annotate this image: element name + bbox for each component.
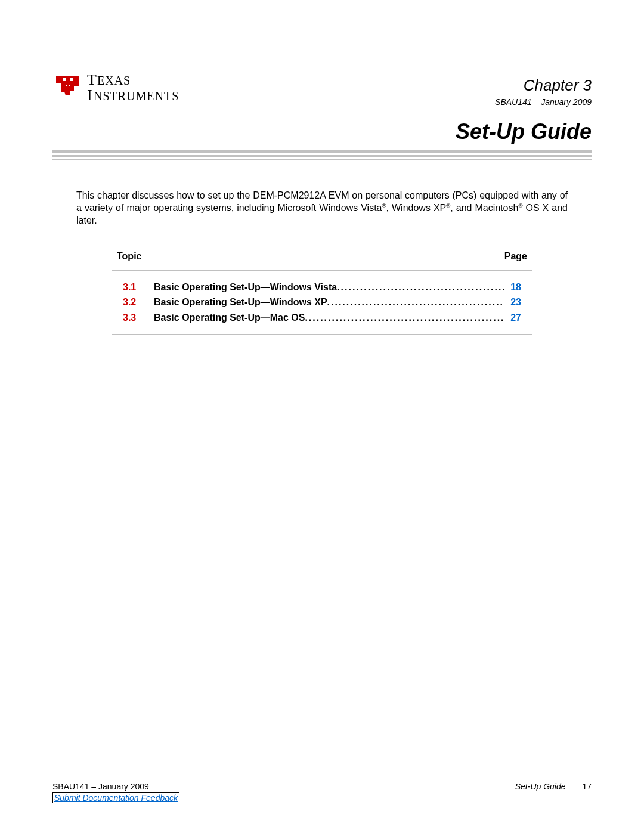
toc-bottom-rule <box>112 334 532 335</box>
toc-header: Topic Page <box>112 251 532 271</box>
toc-row[interactable]: 3.2 Basic Operating Set-Up—Windows XP 23 <box>123 295 521 310</box>
document-info: SBAU141 – January 2009 <box>495 97 592 107</box>
intro-paragraph: This chapter discusses how to set up the… <box>76 190 568 227</box>
page-header: T EXAS I NSTRUMENTS Chapter 3 SBAU141 – … <box>52 66 592 107</box>
toc-leader-dots <box>327 295 504 310</box>
footer-doc-info: SBAU141 – January 2009 <box>52 782 149 791</box>
toc-section-number: 3.1 <box>123 280 154 295</box>
svg-text:I: I <box>87 86 93 104</box>
toc-section-title: Basic Operating Set-Up—Windows Vista <box>154 280 337 295</box>
toc-topic-label: Topic <box>117 251 141 262</box>
toc-page-label: Page <box>504 251 527 262</box>
toc-entries: 3.1 Basic Operating Set-Up—Windows Vista… <box>112 280 532 326</box>
page-title: Set-Up Guide <box>52 119 592 144</box>
svg-rect-1 <box>70 78 73 81</box>
footer-row: SBAU141 – January 2009 Set-Up Guide 17 <box>52 782 592 791</box>
toc-row[interactable]: 3.1 Basic Operating Set-Up—Windows Vista… <box>123 280 521 295</box>
submit-feedback-link[interactable]: Submit Documentation Feedback <box>52 792 179 803</box>
svg-rect-3 <box>69 85 70 86</box>
toc-section-title: Basic Operating Set-Up—Windows XP <box>154 295 327 310</box>
toc-page-number: 23 <box>504 295 521 310</box>
document-page: T EXAS I NSTRUMENTS Chapter 3 SBAU141 – … <box>0 0 644 833</box>
toc-section-title: Basic Operating Set-Up—Mac OS <box>154 310 305 326</box>
toc-section-number: 3.3 <box>123 310 154 326</box>
toc-leader-dots <box>305 310 504 326</box>
svg-rect-0 <box>63 78 66 81</box>
logo-area: T EXAS I NSTRUMENTS <box>52 66 208 107</box>
chapter-label: Chapter 3 <box>495 76 592 95</box>
toc-page-number: 27 <box>504 310 521 326</box>
toc-page-number: 18 <box>504 280 521 295</box>
svg-text:NSTRUMENTS: NSTRUMENTS <box>94 89 179 103</box>
page-footer: SBAU141 – January 2009 Set-Up Guide 17 S… <box>52 778 592 803</box>
header-right: Chapter 3 SBAU141 – January 2009 <box>495 66 592 107</box>
svg-text:EXAS: EXAS <box>97 74 131 87</box>
footer-title: Set-Up Guide <box>515 782 566 791</box>
svg-rect-2 <box>66 85 67 86</box>
footer-page-number: 17 <box>582 782 592 791</box>
title-rule <box>52 150 592 160</box>
texas-instruments-logo-icon: T EXAS I NSTRUMENTS <box>52 66 208 107</box>
table-of-contents: Topic Page 3.1 Basic Operating Set-Up—Wi… <box>112 251 532 335</box>
toc-row[interactable]: 3.3 Basic Operating Set-Up—Mac OS 27 <box>123 310 521 326</box>
svg-text:T: T <box>87 71 97 88</box>
toc-section-number: 3.2 <box>123 295 154 310</box>
toc-leader-dots <box>337 280 504 295</box>
